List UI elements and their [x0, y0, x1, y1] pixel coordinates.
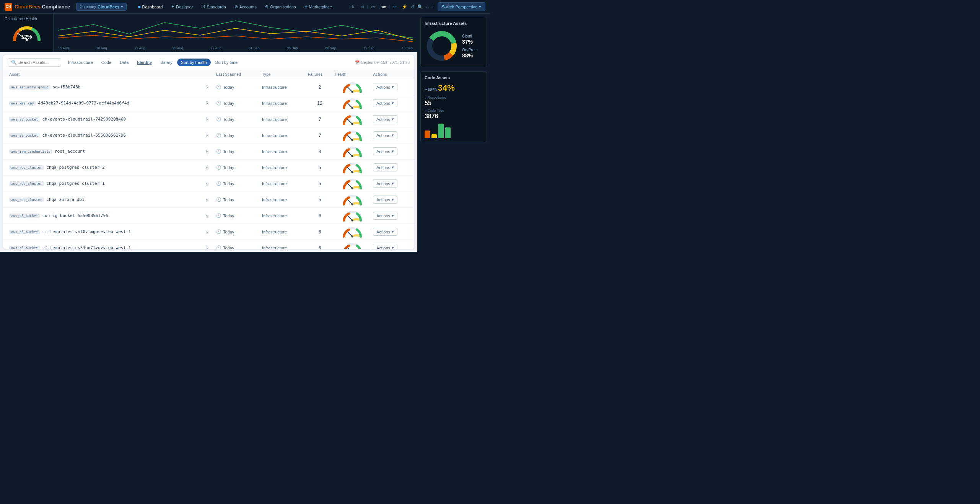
copy-cell[interactable]: ⎘: [199, 228, 215, 235]
time-1m[interactable]: 1m: [380, 5, 387, 9]
copy-cell[interactable]: ⎘: [199, 196, 215, 203]
infra-assets-title: Infrastructure Assets: [425, 21, 483, 26]
copy-icon[interactable]: ⎘: [206, 101, 208, 106]
copy-icon[interactable]: ⎘: [206, 245, 208, 249]
actions-button[interactable]: Actions ▾: [373, 147, 397, 155]
bar-chart: [425, 123, 483, 138]
tab-binary[interactable]: Binary: [156, 59, 176, 66]
actions-button[interactable]: Actions ▾: [373, 179, 397, 188]
failures-cell: 5: [306, 164, 333, 171]
failures-value: 5: [319, 165, 321, 170]
calendar-icon: 📅: [355, 60, 360, 65]
table-row: aws_s3_bucket cf-templates-vvl0vlmgnsev-…: [3, 224, 414, 240]
switch-perspective-button[interactable]: Switch Perspective ▾: [438, 2, 485, 11]
tab-infrastructure[interactable]: Infrastructure: [64, 59, 97, 66]
copy-icon[interactable]: ⎘: [206, 181, 208, 186]
svg-point-5: [352, 107, 353, 109]
scanned-cell: 🕐 Today: [215, 148, 260, 155]
nav-link-organisations[interactable]: ⊕ Organisations: [261, 3, 300, 11]
copy-icon[interactable]: ⎘: [206, 85, 208, 90]
search-input[interactable]: [18, 60, 60, 65]
svg-line-6: [348, 119, 352, 124]
time-1h[interactable]: 1h: [349, 5, 355, 9]
health-cell: [333, 225, 371, 239]
type-value: Infrastructure: [262, 85, 287, 90]
copy-cell[interactable]: ⎘: [199, 180, 215, 187]
asset-cell: aws_s3_bucket ch-events-cloudtrail-74298…: [8, 115, 199, 123]
copy-icon[interactable]: ⎘: [206, 117, 208, 122]
actions-button[interactable]: Actions ▾: [373, 228, 397, 236]
health-cell: [333, 145, 371, 158]
copy-icon[interactable]: ⎘: [206, 149, 208, 154]
tab-sort-health[interactable]: Sort by health: [177, 59, 211, 66]
svg-line-20: [348, 232, 352, 237]
type-value: Infrastructure: [262, 117, 287, 122]
actions-button[interactable]: Actions ▾: [373, 115, 397, 123]
filter-tabs: Infrastructure Code Data Identity Binary…: [64, 59, 352, 66]
tab-code[interactable]: Code: [98, 59, 115, 66]
asset-type-badge: aws_s3_bucket: [9, 246, 40, 249]
asset-cell: aws_security_group sg-f53b748b: [8, 83, 199, 91]
center-area: Compliance Health: [0, 14, 417, 252]
clock-icon: 🕐: [216, 101, 221, 106]
time-label-6: 05 Sep: [287, 46, 298, 50]
scanned-value: Today: [223, 85, 234, 90]
nav-link-dashboard[interactable]: Dashboard: [134, 3, 166, 11]
copy-cell[interactable]: ⎘: [199, 245, 215, 249]
actions-button[interactable]: Actions ▾: [373, 99, 397, 107]
actions-cell: Actions ▾: [371, 98, 410, 108]
th-failures: Failures: [306, 72, 333, 77]
actions-button[interactable]: Actions ▾: [373, 244, 397, 249]
copy-cell[interactable]: ⎘: [199, 100, 215, 107]
asset-name: 4d49cb27-914d-4c09-9773-aef44a4d6f4d: [38, 101, 129, 106]
copy-cell[interactable]: ⎘: [199, 116, 215, 123]
refresh-icon[interactable]: ↺: [410, 4, 414, 10]
time-1w[interactable]: 1w: [370, 5, 376, 9]
nav-link-marketplace[interactable]: ◈ Marketplace: [301, 3, 336, 11]
nav-link-designer[interactable]: ✦ Designer: [167, 3, 197, 11]
company-selector[interactable]: Company CloudBees ▾: [76, 3, 127, 11]
search-icon: 🔍: [11, 60, 17, 65]
time-1d[interactable]: 1d: [359, 5, 365, 9]
home-icon[interactable]: ⌂: [426, 4, 429, 10]
actions-label: Actions: [376, 117, 390, 122]
actions-button[interactable]: Actions ▾: [373, 212, 397, 220]
actions-button[interactable]: Actions ▾: [373, 163, 397, 171]
copy-cell[interactable]: ⎘: [199, 132, 215, 139]
tab-sort-time[interactable]: Sort by time: [212, 59, 242, 66]
menu-icon[interactable]: ≡: [432, 4, 435, 10]
code-assets-title: Code Assets: [425, 75, 483, 80]
health-cell: [333, 193, 371, 207]
actions-button[interactable]: Actions ▾: [373, 196, 397, 204]
actions-chevron: ▾: [392, 197, 394, 202]
asset-name: cf-templates-vvl0vlmgnsev-eu-west-1: [42, 229, 131, 234]
time-3m[interactable]: 3m: [391, 5, 399, 9]
copy-cell[interactable]: ⎘: [199, 212, 215, 219]
tab-data[interactable]: Data: [116, 59, 132, 66]
actions-chevron: ▾: [392, 165, 394, 170]
copy-cell[interactable]: ⎘: [199, 164, 215, 171]
actions-button[interactable]: Actions ▾: [373, 131, 397, 139]
zoom-icon[interactable]: 🔍: [417, 4, 423, 10]
health-value: 12%: [21, 34, 32, 40]
type-cell: Infrastructure: [260, 116, 306, 122]
tab-identity[interactable]: Identity: [133, 59, 156, 66]
copy-icon[interactable]: ⎘: [206, 197, 208, 202]
nav-link-standards[interactable]: ☑ Standards: [197, 3, 230, 11]
search-box[interactable]: 🔍: [8, 58, 61, 67]
actions-button[interactable]: Actions ▾: [373, 83, 397, 91]
nav-link-accounts[interactable]: ⊕ Accounts: [231, 3, 260, 11]
copy-icon[interactable]: ⎘: [206, 133, 208, 138]
bar-item: [431, 134, 437, 138]
scanned-value: Today: [223, 230, 234, 234]
date-label: 📅 September 15th 2021, 21:28: [355, 60, 410, 65]
svg-line-22: [348, 248, 352, 249]
bar-item: [445, 127, 451, 138]
copy-icon[interactable]: ⎘: [206, 229, 208, 235]
copy-icon[interactable]: ⎘: [206, 165, 208, 170]
copy-cell[interactable]: ⎘: [199, 148, 215, 155]
copy-icon[interactable]: ⎘: [206, 213, 208, 219]
th-scanned: Last Scanned: [215, 72, 260, 77]
copy-cell[interactable]: ⎘: [199, 84, 215, 91]
clock-icon: 🕐: [216, 149, 221, 154]
